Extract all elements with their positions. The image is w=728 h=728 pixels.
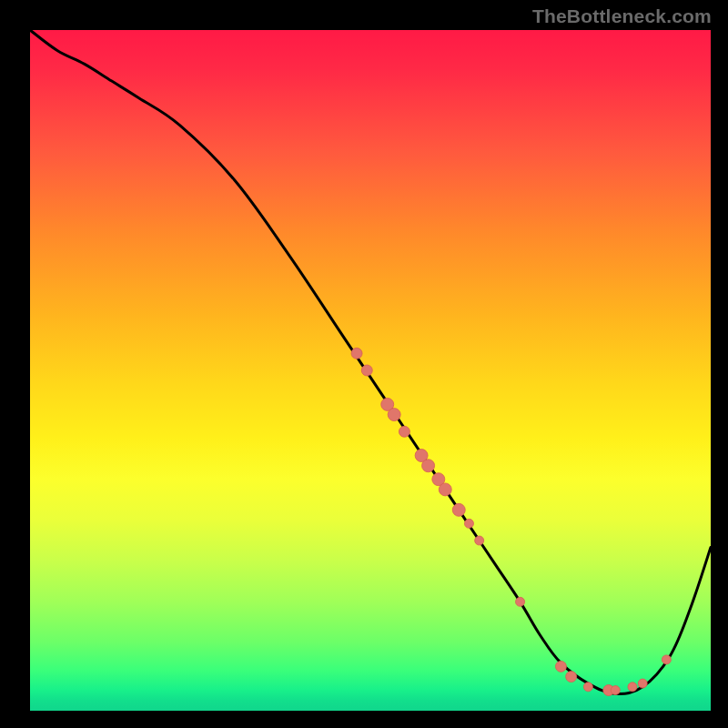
marker-dot (566, 672, 577, 682)
marker-dot (638, 679, 647, 688)
curve-markers (351, 348, 671, 695)
chart-root: TheBottleneck.com (0, 0, 728, 728)
marker-dot (422, 460, 435, 472)
marker-dot (583, 682, 592, 692)
bottleneck-curve (30, 30, 711, 693)
marker-dot (662, 655, 671, 664)
marker-dot (516, 597, 525, 606)
marker-dot (611, 686, 620, 695)
marker-dot (439, 483, 451, 496)
marker-dot (475, 536, 484, 545)
marker-dot (464, 519, 473, 528)
watermark-text: TheBottleneck.com (532, 5, 712, 27)
chart-overlay-svg (30, 30, 711, 711)
marker-dot (452, 503, 465, 516)
marker-dot (361, 365, 372, 376)
plot-area (30, 30, 711, 711)
marker-dot (351, 348, 362, 359)
marker-dot (555, 661, 566, 672)
marker-dot (628, 682, 637, 692)
marker-dot (399, 426, 410, 437)
marker-dot (388, 409, 400, 421)
